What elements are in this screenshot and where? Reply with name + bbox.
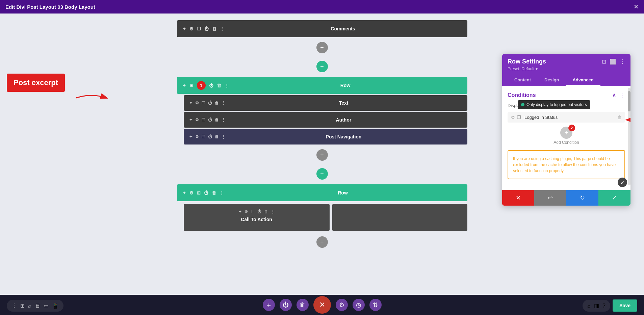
delete-icon-author: 🗑 [215,117,219,122]
copy-icon-cta: ❐ [251,209,255,214]
settings-icon-cta: ⚙ [244,209,248,214]
responsive-btn-toolbar[interactable]: ⇅ [369,299,382,311]
delete-icon-cta: 🗑 [264,209,268,214]
add-btn-toolbar[interactable]: ＋ [263,299,275,311]
delete-icon-text: 🗑 [215,101,219,105]
settings-btn-toolbar[interactable]: ⚙ [336,299,348,311]
more-icon-row1: ⋮ [225,83,229,88]
delete-btn-toolbar[interactable]: 🗑 [297,299,309,311]
minimize-icon[interactable]: ⊡ [602,58,606,65]
comments-block[interactable]: ✦ ⚙ ❐ ⏻ 🗑 ⋮ Comments [177,20,467,37]
settings-icon-postnav: ⚙ [195,134,199,139]
help-icon[interactable]: ? [602,303,606,309]
move-icon: ✦ [182,26,186,31]
settings-icon: ⚙ [189,26,194,31]
cancel-btn[interactable]: ✕ [502,190,534,206]
row-label-1: Row [229,83,462,88]
collapse-icon[interactable]: ∧ [612,91,616,99]
arrow-annotation-1 [74,91,108,106]
add-row-btn-2[interactable]: + [316,168,328,180]
more-icon-row2: ⋮ [220,190,224,195]
post-nav-icons: ✦ ⚙ ❐ ⏻ 🗑 ⋮ [189,134,226,139]
delete-icon-postnav: 🗑 [215,134,219,139]
more-icon-text: ⋮ [222,101,226,105]
panel-tabs: Content Design Advanced [508,75,625,86]
add-btn-wrap-3: + [177,147,467,163]
history-btn-toolbar[interactable]: ◷ [353,299,365,311]
add-btn-wrap-1: + [177,39,467,56]
panel-header-icons: ⊡ ⬜ ⋮ [602,58,625,65]
panel-more-icon[interactable]: ⋮ [620,58,625,65]
search-right-icon[interactable]: ⌕ [587,303,591,309]
canvas-section: ✦ ⚙ ❐ ⏻ 🗑 ⋮ Comments + + ✦ ⚙ [177,20,467,251]
close-btn-toolbar[interactable]: ✕ [313,296,331,314]
tablet-icon[interactable]: ▭ [44,303,49,309]
power-icon-cta: ⏻ [257,209,261,214]
inner-modules: ✦ ⚙ ❐ ⏻ 🗑 ⋮ Text ✦ ⚙ ❐ ⏻ 🗑 [177,95,467,145]
panel-scrollbar[interactable] [628,88,630,185]
settings-icon-row1: ⚙ [189,83,194,88]
badge-1: 1 [197,81,206,90]
mobile-icon[interactable]: 📱 [52,303,59,309]
row-block-2-icons: ✦ ⚙ ⊞ ⏻ 🗑 ⋮ [182,190,224,195]
cta-block[interactable]: ✦ ⚙ ❐ ⏻ 🗑 ⋮ Call To Action [184,204,330,231]
row-block-1[interactable]: ✦ ⚙ 1 ⏻ 🗑 ⋮ Row [177,77,467,94]
add-condition-btn[interactable]: + 2 [560,127,572,139]
delete-icon: 🗑 [212,26,216,31]
undo-btn[interactable]: ↩ [534,190,566,206]
save-button-main[interactable]: Save [613,299,637,312]
settings-icon-author: ⚙ [195,117,199,122]
redo-btn[interactable]: ↻ [566,190,598,206]
tooltip-text: Only display to logged out visitors [526,102,587,107]
search-icon[interactable]: ⌕ [28,303,31,309]
add-section-btn-2[interactable]: + [316,149,328,161]
move-icon-cta: ✦ [238,209,242,214]
conditions-controls: ∧ ⋮ [612,91,625,99]
tab-design[interactable]: Design [538,75,566,86]
move-icon-author: ✦ [189,117,192,122]
post-nav-block[interactable]: ✦ ⚙ ❐ ⏻ 🗑 ⋮ Post Navigation [184,129,467,145]
menu-icon[interactable]: ⋮ [11,303,17,309]
condition-settings-icon[interactable]: ⚙ [511,115,515,120]
expand-icon[interactable]: ⬜ [610,58,616,65]
add-module-btn[interactable]: + [316,236,328,248]
panel-scrollbar-thumb[interactable] [628,91,630,111]
settings-icon-text: ⚙ [195,101,199,105]
add-btn-wrap-5: + [177,234,467,251]
tab-content[interactable]: Content [508,75,538,86]
badge-2: 2 [568,125,575,131]
text-block-icons: ✦ ⚙ ❐ ⏻ 🗑 ⋮ [189,101,226,105]
add-row-btn-1[interactable]: + [316,61,328,72]
layers-right-icon[interactable]: ◨ [594,303,599,309]
conditions-more-icon[interactable]: ⋮ [619,91,625,99]
panel-corner-icon[interactable]: ↙ [618,178,627,187]
add-section-btn-1[interactable]: + [316,42,328,53]
row-block-2[interactable]: ✦ ⚙ ⊞ ⏻ 🗑 ⋮ Row [177,184,467,201]
author-block-icons: ✦ ⚙ ❐ ⏻ 🗑 ⋮ [189,117,226,122]
text-block[interactable]: ✦ ⚙ ❐ ⏻ 🗑 ⋮ Text [184,95,467,111]
more-icon-author: ⋮ [222,117,226,122]
power-btn-toolbar[interactable]: ⏻ [280,299,292,311]
columns-area: ✦ ⚙ ❐ ⏻ 🗑 ⋮ Call To Action [177,204,467,231]
move-icon-postnav: ✦ [189,134,192,139]
grid-icon-row2: ⊞ [197,190,201,195]
layers-icon[interactable]: ⊞ [20,303,25,309]
author-block[interactable]: ✦ ⚙ ❐ ⏻ 🗑 ⋮ Author [184,112,467,128]
delete-icon-row1: 🗑 [217,83,221,88]
cta-block-2 [332,204,467,231]
title-bar: Edit Divi Post Layout 03 Body Layout ✕ [0,0,644,14]
bottom-toolbar: ⋮ ⊞ ⌕ 🖥 ▭ 📱 ＋ ⏻ 🗑 ✕ ⚙ ◷ ⇅ ⌕ ◨ ? Save [0,295,644,315]
comments-label: Comments [224,26,462,31]
post-excerpt-text: Post excerpt [14,78,58,87]
panel-preset[interactable]: Preset: Default ▾ [508,67,625,71]
condition-delete-icon[interactable]: 🗑 [617,115,622,120]
cta-icons: ✦ ⚙ ❐ ⏻ 🗑 ⋮ [238,209,275,214]
tab-advanced[interactable]: Advanced [566,75,600,86]
condition-copy-icon[interactable]: ❐ [517,115,521,120]
panel-header: Row Settings ⊡ ⬜ ⋮ Preset: Default ▾ Con… [502,54,630,86]
desktop-icon[interactable]: 🖥 [35,303,40,309]
close-button[interactable]: ✕ [634,3,639,10]
save-panel-btn[interactable]: ✓ [598,190,630,206]
tooltip-dot [521,103,524,106]
move-icon-row1: ✦ [182,83,186,88]
